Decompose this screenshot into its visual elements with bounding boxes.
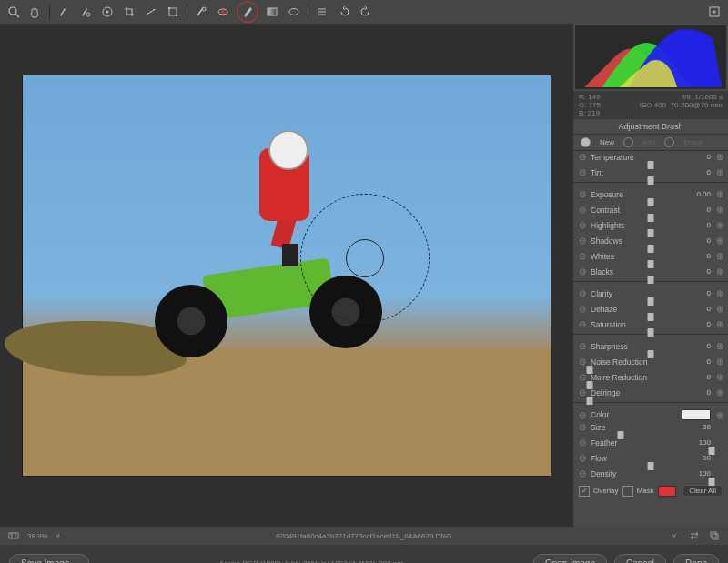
white-balance-tool-icon[interactable] xyxy=(56,4,72,20)
copy-settings-icon[interactable] xyxy=(708,529,721,542)
slider-thumb[interactable] xyxy=(709,447,715,455)
radio-add[interactable] xyxy=(623,137,633,147)
slider-thumb[interactable] xyxy=(648,245,654,253)
minus-icon[interactable]: ⊖ xyxy=(577,319,587,329)
plus-icon[interactable]: ⊕ xyxy=(714,357,724,367)
save-image-button[interactable]: Save Image... xyxy=(9,554,89,564)
minus-icon[interactable]: ⊖ xyxy=(577,251,587,261)
zoom-tool-icon[interactable] xyxy=(5,4,22,20)
minus-icon[interactable]: ⊖ xyxy=(577,387,587,397)
radio-erase[interactable] xyxy=(664,137,674,147)
plus-icon[interactable]: ⊕ xyxy=(714,220,724,230)
minus-icon[interactable]: ⊖ xyxy=(577,236,587,246)
minus-icon[interactable]: ⊖ xyxy=(577,205,587,215)
slider-value[interactable]: 50 xyxy=(687,454,711,462)
plus-icon[interactable]: ⊕ xyxy=(714,167,724,177)
minus-icon[interactable]: ⊖ xyxy=(577,189,587,199)
plus-icon[interactable]: ⊕ xyxy=(714,341,724,351)
color-swatch[interactable] xyxy=(682,409,711,420)
slider-thumb[interactable] xyxy=(648,276,654,284)
slider-value[interactable]: 0 xyxy=(687,388,711,397)
slider-value[interactable]: 0 xyxy=(687,236,711,245)
hand-tool-icon[interactable] xyxy=(27,4,44,20)
radio-new[interactable] xyxy=(581,137,591,147)
plus-icon[interactable]: ⊕ xyxy=(714,152,724,162)
plus-icon[interactable]: ⊕ xyxy=(714,304,724,314)
plus-icon[interactable]: ⊕ xyxy=(714,387,724,397)
minus-icon[interactable]: ⊖ xyxy=(577,288,587,298)
minus-icon[interactable]: ⊖ xyxy=(577,453,587,463)
plus-icon[interactable]: ⊕ xyxy=(714,236,724,246)
plus-icon[interactable]: ⊕ xyxy=(714,372,724,382)
plus-icon[interactable]: ⊕ xyxy=(714,410,724,420)
minus-icon[interactable]: ⊖ xyxy=(577,266,587,276)
slider-value[interactable]: 0 xyxy=(687,305,711,313)
slider-thumb[interactable] xyxy=(587,366,593,374)
slider-thumb[interactable] xyxy=(587,397,593,405)
cancel-button[interactable]: Cancel xyxy=(614,554,666,564)
minus-icon[interactable]: ⊖ xyxy=(577,152,587,162)
swap-icon[interactable] xyxy=(688,529,701,542)
slider-thumb[interactable] xyxy=(648,198,654,206)
slider-value[interactable]: 0 xyxy=(687,206,711,214)
open-image-button[interactable]: Open Image xyxy=(533,554,607,564)
red-eye-tool-icon[interactable] xyxy=(215,4,231,20)
graduated-filter-tool-icon[interactable] xyxy=(264,4,280,20)
slider-thumb[interactable] xyxy=(648,350,654,358)
minus-icon[interactable]: ⊖ xyxy=(577,410,587,420)
slider-value[interactable]: 0 xyxy=(687,267,711,276)
workflow-link[interactable]: Adobe RGB (1998); 8 bit; 2560 by 1707 (4… xyxy=(96,559,526,564)
plus-icon[interactable]: ⊕ xyxy=(714,266,724,276)
minus-icon[interactable]: ⊖ xyxy=(577,341,587,351)
clear-all-button[interactable]: Clear All xyxy=(682,485,723,497)
mask-color-swatch[interactable] xyxy=(658,486,676,497)
transform-tool-icon[interactable] xyxy=(165,4,181,20)
slider-thumb[interactable] xyxy=(648,176,654,185)
minus-icon[interactable]: ⊖ xyxy=(577,167,587,177)
before-after-icon[interactable]: Y xyxy=(668,529,681,542)
slider-value[interactable]: 100 xyxy=(687,438,711,447)
done-button[interactable]: Done xyxy=(673,554,719,564)
rotate-cw-icon[interactable] xyxy=(358,4,374,20)
minus-icon[interactable]: ⊖ xyxy=(577,357,587,367)
spot-removal-tool-icon[interactable] xyxy=(193,4,209,20)
straighten-tool-icon[interactable] xyxy=(143,4,159,20)
slider-value[interactable]: 30 xyxy=(687,423,711,431)
slider-thumb[interactable] xyxy=(617,431,623,439)
slider-thumb[interactable] xyxy=(648,328,654,337)
slider-value[interactable]: 0 xyxy=(687,153,711,161)
slider-thumb[interactable] xyxy=(709,478,715,486)
slider-thumb[interactable] xyxy=(648,161,654,169)
slider-value[interactable]: 0.00 xyxy=(687,190,711,198)
fullscreen-toggle-icon[interactable] xyxy=(706,4,723,20)
radial-filter-tool-icon[interactable] xyxy=(286,4,302,20)
minus-icon[interactable]: ⊖ xyxy=(577,422,587,432)
canvas-area[interactable] xyxy=(0,24,573,527)
minus-icon[interactable]: ⊖ xyxy=(577,220,587,230)
slider-thumb[interactable] xyxy=(648,214,654,222)
minus-icon[interactable]: ⊖ xyxy=(577,304,587,314)
mask-checkbox[interactable] xyxy=(622,486,633,497)
plus-icon[interactable]: ⊕ xyxy=(714,205,724,215)
slider-thumb[interactable] xyxy=(648,229,654,237)
plus-icon[interactable]: ⊕ xyxy=(714,319,724,329)
slider-value[interactable]: 0 xyxy=(687,373,711,381)
slider-value[interactable]: 0 xyxy=(687,289,711,297)
histogram[interactable] xyxy=(575,25,726,89)
slider-value[interactable]: 0 xyxy=(687,252,711,260)
slider-thumb[interactable] xyxy=(648,313,654,321)
slider-thumb[interactable] xyxy=(648,297,654,306)
plus-icon[interactable]: ⊕ xyxy=(714,251,724,261)
preferences-icon[interactable] xyxy=(314,4,330,20)
slider-value[interactable]: 0 xyxy=(687,357,711,366)
plus-icon[interactable]: ⊕ xyxy=(714,189,724,199)
slider-thumb[interactable] xyxy=(648,260,654,268)
color-sampler-tool-icon[interactable] xyxy=(77,4,94,20)
slider-value[interactable]: 0 xyxy=(687,221,711,229)
zoom-level[interactable]: 38.9% xyxy=(27,532,48,540)
targeted-adjustment-tool-icon[interactable] xyxy=(99,4,116,20)
slider-thumb[interactable] xyxy=(587,381,593,389)
plus-icon[interactable]: ⊕ xyxy=(714,288,724,298)
rotate-ccw-icon[interactable] xyxy=(336,4,352,20)
slider-value[interactable]: 100 xyxy=(687,469,711,478)
